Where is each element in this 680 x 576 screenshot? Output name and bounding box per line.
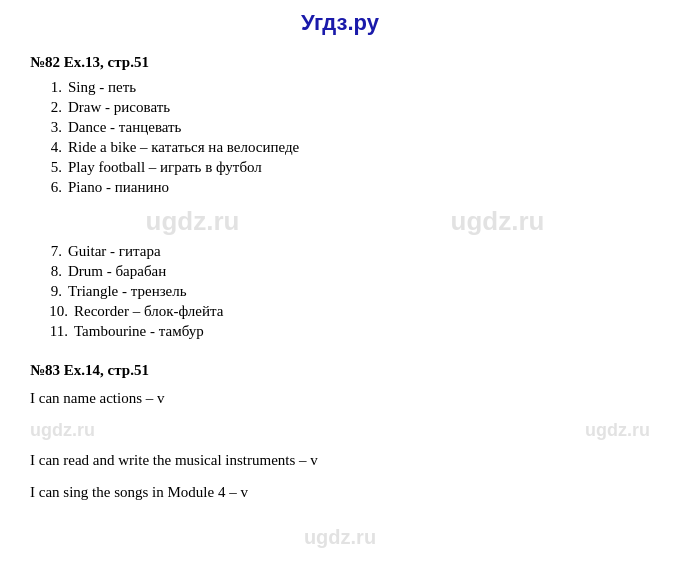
- exercise-83-header: №83 Ex.14, стр.51: [30, 362, 650, 379]
- list-num: 11.: [40, 323, 68, 340]
- ex83-item-3: I can sing the songs in Module 4 – v: [30, 481, 650, 504]
- ex83-text-1: I can name actions – v: [30, 390, 165, 406]
- list-num: 6.: [40, 179, 62, 196]
- list-text: Triangle - трензель: [68, 283, 187, 300]
- list-num: 1.: [40, 79, 62, 96]
- site-title: Угдз.ру: [30, 10, 650, 36]
- mid-watermarks: ugdz.ru ugdz.ru: [30, 420, 650, 441]
- exercise-83-block: №83 Ex.14, стр.51 I can name actions – v…: [30, 362, 650, 504]
- ex83-text-3: I can sing the songs in Module 4 – v: [30, 484, 248, 500]
- list-text: Drum - барабан: [68, 263, 166, 280]
- exercise-82-block: №82 Ex.13, стр.51 1. Sing - петь 2. Draw…: [30, 54, 650, 340]
- exercise-82-header: №82 Ex.13, стр.51: [30, 54, 650, 71]
- list-text: Piano - пианино: [68, 179, 169, 196]
- list-num: 2.: [40, 99, 62, 116]
- ex83-item-2: I can read and write the musical instrum…: [30, 449, 650, 472]
- list-item: 5. Play football – играть в футбол: [40, 159, 650, 176]
- watermark-right: ugdz.ru: [451, 206, 545, 237]
- list-text: Guitar - гитара: [68, 243, 161, 260]
- list-item: 2. Draw - рисовать: [40, 99, 650, 116]
- list-item: 1. Sing - петь: [40, 79, 650, 96]
- list-num: 9.: [40, 283, 62, 300]
- list-text: Recorder – блок-флейта: [74, 303, 223, 320]
- list-text: Ride a bike – кататься на велосипеде: [68, 139, 299, 156]
- list-item: 11. Tambourine - тамбур: [40, 323, 650, 340]
- list-text: Play football – играть в футбол: [68, 159, 262, 176]
- list-item: 6. Piano - пианино: [40, 179, 650, 196]
- list-text: Sing - петь: [68, 79, 136, 96]
- watermark-row-mid: ugdz.ru ugdz.ru: [40, 206, 650, 237]
- list-num: 5.: [40, 159, 62, 176]
- list-num: 7.: [40, 243, 62, 260]
- watermark-mid-left: ugdz.ru: [30, 420, 95, 441]
- list-text: Tambourine - тамбур: [74, 323, 204, 340]
- list-text: Draw - рисовать: [68, 99, 170, 116]
- list-item: 8. Drum - барабан: [40, 263, 650, 280]
- exercise-82-list: 1. Sing - петь 2. Draw - рисовать 3. Dan…: [30, 79, 650, 340]
- watermark-left: ugdz.ru: [146, 206, 240, 237]
- watermark-bottom: ugdz.ru: [30, 526, 650, 549]
- list-text: Dance - танцевать: [68, 119, 181, 136]
- list-item: 9. Triangle - трензель: [40, 283, 650, 300]
- watermark-mid-right: ugdz.ru: [585, 420, 650, 441]
- list-num: 10.: [40, 303, 68, 320]
- list-num: 3.: [40, 119, 62, 136]
- list-item: 4. Ride a bike – кататься на велосипеде: [40, 139, 650, 156]
- list-num: 4.: [40, 139, 62, 156]
- ex83-item-1: I can name actions – v: [30, 387, 650, 410]
- list-num: 8.: [40, 263, 62, 280]
- list-item: 3. Dance - танцевать: [40, 119, 650, 136]
- list-item: 10. Recorder – блок-флейта: [40, 303, 650, 320]
- list-item: 7. Guitar - гитара: [40, 243, 650, 260]
- ex83-text-2: I can read and write the musical instrum…: [30, 452, 318, 468]
